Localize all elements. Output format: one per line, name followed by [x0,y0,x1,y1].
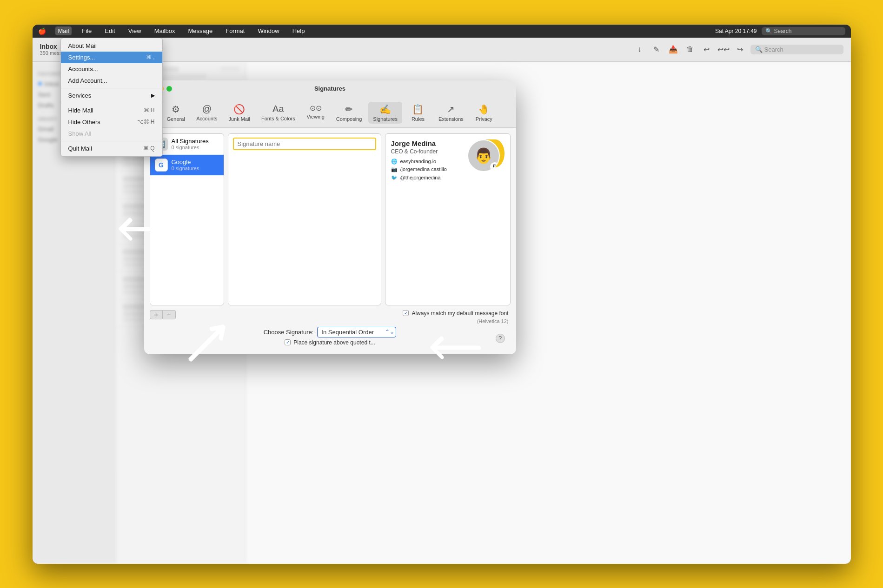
menubar-mailbox[interactable]: Mailbox [152,26,178,35]
tab-composing-label: Composing [336,116,362,122]
signatures-content: 🔄 All Signatures 0 signatures G Google [144,128,516,354]
sidebar-sent-label: Sent [38,91,51,98]
forward-button[interactable]: ↪ [734,43,747,56]
tab-privacy[interactable]: 🤚 Privacy [470,102,498,124]
extensions-icon: ↗ [447,104,455,115]
mail-search[interactable]: 🔍 Search [750,45,843,54]
choose-signature-row: Choose Signature: In Sequential Order ⌃⌄ [150,327,511,337]
prefs-toolbar: ⚙ General @ Accounts 🚫 Junk Mail Aa Font… [144,97,516,128]
menubar-file[interactable]: File [79,26,94,35]
sig-options: ✓ Always match my default message font (… [403,310,510,324]
choose-signature-label: Choose Signature: [264,329,314,336]
trash-button[interactable]: 🗑 [684,43,697,56]
tab-extensions[interactable]: ↗ Extensions [434,102,468,124]
tab-general[interactable]: ⚙ General [162,102,190,124]
menubar-search-placeholder: Search [774,28,792,34]
add-account-label: Add Account... [68,77,107,84]
menu-services[interactable]: Services ▶ [61,90,162,101]
email-date-1 [221,66,239,71]
tab-signatures-label: Signatures [373,116,398,122]
sig-add-remove: + − [150,310,176,319]
choose-signature-select[interactable]: In Sequential Order [317,327,396,337]
menu-about-mail[interactable]: About Mail [61,40,162,52]
google-account-item[interactable]: G Google 0 signatures [150,155,224,176]
reply-all-button[interactable]: ↩↩ [717,43,730,56]
rules-icon: 📋 [412,104,424,115]
tab-composing[interactable]: ✏ Composing [332,102,367,124]
tab-fonts-colors[interactable]: Aa Fonts & Colors [257,102,300,124]
menubar-format[interactable]: Format [223,26,247,35]
tab-viewing[interactable]: ⊙⊙ Viewing [302,102,330,124]
services-arrow: ▶ [151,92,155,99]
signature-preview-panel: 👨 B Jorge Medina CEO & Co-founder 🌐 [385,133,511,305]
general-icon: ⚙ [172,104,180,115]
menu-add-account[interactable]: Add Account... [61,75,162,86]
hide-others-shortcut: ⌥⌘ H [137,119,155,125]
archive-button[interactable]: 📥 [667,43,680,56]
all-signatures-name: All Signatures [172,138,209,145]
apple-menu-icon[interactable]: 🍎 [38,27,46,35]
fonts-colors-icon: Aa [272,104,284,114]
tab-accounts-label: Accounts [196,116,217,121]
place-signature-label: Place signature above quoted t... [293,339,375,346]
preview-content: 👨 B Jorge Medina CEO & Co-founder 🌐 [391,139,505,182]
tab-privacy-label: Privacy [476,116,492,122]
always-match-font-checkbox[interactable]: ✓ [403,310,409,316]
google-account-sub: 0 signatures [172,165,199,171]
menu-accounts[interactable]: Accounts... [61,63,162,75]
fullscreen-button[interactable] [166,86,172,92]
menubar-message[interactable]: Message [185,26,215,35]
sig-remove-button[interactable]: − [163,310,176,319]
get-mail-button[interactable]: ↓ [633,43,646,56]
preview-link-3: 🐦 @thejorgemedina [391,174,505,182]
menu-quit-mail[interactable]: Quit Mail ⌘ Q [61,143,162,154]
tab-rules[interactable]: 📋 Rules [404,102,432,124]
menubar-time: Sat Apr 20 17:49 [715,28,757,34]
link-2-text: /jorgemedina castillo [400,166,447,172]
menubar-mail[interactable]: Mail [55,26,72,35]
avatar-icon: 👨 [474,147,493,165]
menu-hide-others[interactable]: Hide Others ⌥⌘ H [61,116,162,128]
menubar-help[interactable]: Help [290,26,308,35]
link-2-icon: 📷 [391,166,398,172]
link-3-text: @thejorgemedina [400,175,441,180]
menu-hide-mail[interactable]: Hide Mail ⌘ H [61,105,162,116]
menubar-edit[interactable]: Edit [102,26,118,35]
privacy-icon: 🤚 [478,104,490,115]
menu-show-all: Show All [61,128,162,139]
tab-signatures[interactable]: ✍ Signatures [368,102,402,124]
place-signature-row: ✓ Place signature above quoted t... [150,339,511,346]
sig-add-button[interactable]: + [150,310,163,319]
menubar-view[interactable]: View [126,26,144,35]
signature-name-input[interactable] [233,138,376,150]
search-icon: 🔍 [765,28,772,34]
tab-fonts-colors-label: Fonts & Colors [261,116,295,121]
quit-mail-label: Quit Mail [68,145,92,152]
modal-title: Signatures [314,85,345,92]
google-account-text: Google 0 signatures [172,159,199,171]
tab-junk-mail[interactable]: 🚫 Junk Mail [224,102,254,124]
tab-general-label: General [167,116,185,122]
place-signature-checkbox[interactable]: ✓ [285,339,291,345]
sidebar-inbox-label: Inbox [45,80,60,87]
menu-settings[interactable]: Settings... ⌘ , [61,52,162,63]
avatar-badge: B [490,162,500,172]
link-1-text: easybranding.io [400,159,437,164]
menubar-window[interactable]: Window [255,26,282,35]
compose-button[interactable]: ✎ [650,43,663,56]
quit-mail-shortcut: ⌘ Q [143,145,155,152]
choose-signature-select-wrap: In Sequential Order ⌃⌄ [317,327,396,337]
tab-accounts[interactable]: @ Accounts [192,102,222,124]
reply-button[interactable]: ↩ [700,43,713,56]
accounts-panel: 🔄 All Signatures 0 signatures G Google [150,133,224,305]
signatures-modal[interactable]: Signatures ⚙ General @ Accounts 🚫 Junk M… [144,80,516,354]
link-1-icon: 🌐 [391,159,398,164]
menu-sep-2 [61,103,162,103]
always-match-font-row: ✓ Always match my default message font [403,310,508,317]
menubar-search[interactable]: 🔍 Search [762,27,845,35]
tab-extensions-label: Extensions [438,116,464,122]
help-button[interactable]: ? [496,334,505,343]
hide-mail-label: Hide Mail [68,107,93,114]
sig-bottom: + − ✓ Always match my default message fo… [150,305,511,349]
viewing-icon: ⊙⊙ [310,104,322,112]
